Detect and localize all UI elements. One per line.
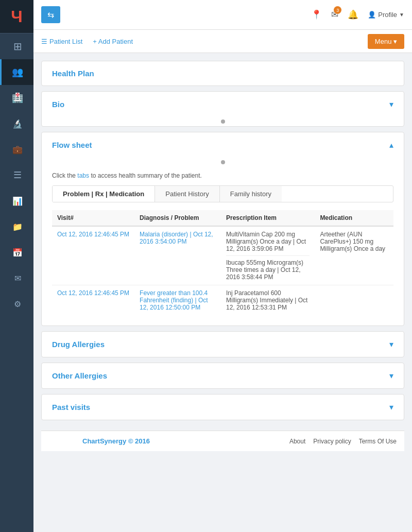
flow-sheet-table: Visit# Diagnosis / Problem Prescription … bbox=[52, 210, 393, 315]
prescriptions-1: MultiVitamin Cap 200 mg Milligram(s) Onc… bbox=[221, 226, 315, 285]
prescription-item-2a: Inj Paracetamol 600 Milligram(s) Immedia… bbox=[226, 289, 310, 311]
sidebar-item-list[interactable]: ☰ bbox=[0, 162, 33, 188]
mail-badge: 3 bbox=[334, 6, 341, 14]
list-icon: ☰ bbox=[41, 38, 47, 45]
past-visits-chevron-icon: ▾ bbox=[389, 402, 393, 412]
toggle-button[interactable]: ⇆ bbox=[41, 6, 60, 23]
past-visits-title: Past visits bbox=[52, 403, 90, 411]
table-header: Visit# Diagnosis / Problem Prescription … bbox=[52, 210, 393, 226]
drug-allergies-chevron-icon: ▾ bbox=[389, 339, 393, 349]
tab-bar: Problem | Rx | Medication Patient Histor… bbox=[52, 185, 393, 202]
dot bbox=[221, 160, 225, 164]
col-diagnosis: Diagnosis / Problem bbox=[134, 210, 221, 226]
visit-date-2: Oct 12, 2016 12:46:45 PM bbox=[52, 285, 134, 316]
profile-button[interactable]: 👤 Profile ▼ bbox=[368, 11, 404, 19]
sidebar-item-chart[interactable]: 📊 bbox=[0, 188, 33, 214]
visit-date-1: Oct 12, 2016 12:46:45 PM bbox=[52, 226, 134, 285]
flow-sheet-title: Flow sheet bbox=[52, 141, 92, 149]
menu-button[interactable]: Menu ▾ bbox=[368, 34, 404, 49]
table-body: Oct 12, 2016 12:46:45 PM Malaria (disord… bbox=[52, 226, 393, 315]
drug-allergies-title: Drug Allergies bbox=[52, 340, 105, 349]
chevron-down-icon: ▼ bbox=[399, 12, 404, 18]
other-allergies-title: Other Allergies bbox=[52, 371, 107, 380]
sidebar-item-dashboard[interactable]: ⊞ bbox=[0, 33, 33, 59]
col-visit: Visit# bbox=[52, 210, 134, 226]
footer-brand-name: ChartSynergy bbox=[82, 437, 126, 445]
sidebar-item-medical[interactable]: 🏥 bbox=[0, 85, 33, 111]
flow-sheet-hint: Click the tabs to access health summary … bbox=[52, 172, 393, 179]
sidebar-item-calendar[interactable]: 📅 bbox=[0, 239, 33, 265]
bio-dot-indicator bbox=[42, 117, 404, 126]
sidebar-item-labs[interactable]: 🔬 bbox=[0, 111, 33, 136]
sidebar-item-portfolio[interactable]: 📁 bbox=[0, 214, 33, 239]
pin-icon[interactable]: 📍 bbox=[311, 9, 322, 20]
flow-sheet-dot-indicator bbox=[42, 158, 404, 167]
footer-copyright: © 2016 bbox=[128, 437, 150, 445]
medication-1: Arteether (AUN CarePlus+) 150 mg Milligr… bbox=[315, 226, 393, 285]
past-visits-card: Past visits ▾ bbox=[41, 394, 404, 420]
diagnosis-1: Malaria (disorder) | Oct 12, 2016 3:54:0… bbox=[134, 226, 221, 285]
health-plan-title: Health Plan bbox=[52, 69, 94, 78]
flow-sheet-card: Flow sheet ▴ Click the tabs to access he… bbox=[41, 132, 404, 326]
footer-brand: ChartSynergy © 2016 bbox=[82, 437, 150, 445]
health-plan-header[interactable]: Health Plan bbox=[42, 61, 404, 85]
patient-list-label: Patient List bbox=[49, 38, 82, 45]
other-allergies-header[interactable]: Other Allergies ▾ bbox=[42, 363, 404, 388]
health-plan-card: Health Plan bbox=[41, 61, 404, 86]
flow-sheet-chevron-icon: ▴ bbox=[389, 140, 393, 150]
prescription-item-1b: Ibucap 555mg Microgram(s) Three times a … bbox=[226, 259, 310, 281]
footer-links: About Privacy policy Terms Of Use bbox=[289, 438, 397, 445]
drug-allergies-card: Drug Allergies ▾ bbox=[41, 331, 404, 357]
footer-about-link[interactable]: About bbox=[289, 438, 305, 445]
main-content: Health Plan Bio ▾ Flow sheet ▴ Click the… bbox=[33, 53, 412, 459]
footer-terms-link[interactable]: Terms Of Use bbox=[359, 438, 397, 445]
past-visits-header[interactable]: Past visits ▾ bbox=[42, 394, 404, 420]
mail-icon[interactable]: ✉ 3 bbox=[331, 9, 338, 20]
add-patient-link[interactable]: + Add Patient bbox=[93, 38, 133, 45]
other-allergies-chevron-icon: ▾ bbox=[389, 371, 393, 381]
other-allergies-card: Other Allergies ▾ bbox=[41, 363, 404, 389]
hint-emphasis: tabs bbox=[77, 172, 89, 179]
drug-allergies-header[interactable]: Drug Allergies ▾ bbox=[42, 332, 404, 357]
table-row: Oct 12, 2016 12:46:45 PM Fever greater t… bbox=[52, 285, 393, 316]
patient-list-link[interactable]: ☰ Patient List bbox=[41, 38, 82, 45]
sidebar-item-patients[interactable]: 👥 bbox=[0, 59, 33, 85]
sidebar-item-mail[interactable]: ✉ bbox=[0, 265, 33, 291]
col-prescription: Prescription Item bbox=[221, 210, 315, 226]
table-row: Oct 12, 2016 12:46:45 PM Malaria (disord… bbox=[52, 226, 393, 285]
flow-sheet-content: Click the tabs to access health summary … bbox=[42, 167, 404, 325]
tab-patient-history[interactable]: Patient History bbox=[155, 186, 220, 202]
bell-icon[interactable]: 🔔 bbox=[348, 9, 358, 20]
topbar: ⇆ 📍 ✉ 3 🔔 👤 Profile ▼ bbox=[33, 0, 412, 30]
medication-2 bbox=[315, 285, 393, 316]
bio-header[interactable]: Bio ▾ bbox=[42, 92, 404, 117]
prescription-item-1a: MultiVitamin Cap 200 mg Milligram(s) Onc… bbox=[226, 231, 310, 256]
sidebar-item-settings[interactable]: ⚙ bbox=[0, 291, 33, 317]
topbar-right: 📍 ✉ 3 🔔 👤 Profile ▼ bbox=[311, 9, 404, 20]
flow-sheet-header[interactable]: Flow sheet ▴ bbox=[42, 132, 404, 158]
diagnosis-2: Fever greater than 100.4 Fahrenheit (fin… bbox=[134, 285, 221, 316]
navbar: ☰ Patient List + Add Patient Menu ▾ bbox=[33, 30, 412, 53]
app-logo[interactable]: Ч bbox=[0, 0, 33, 33]
bio-card: Bio ▾ bbox=[41, 91, 404, 127]
sidebar: Ч ⊞ 👥 🏥 🔬 💼 ☰ 📊 📁 📅 ✉ ⚙ bbox=[0, 0, 33, 532]
sidebar-item-briefcase[interactable]: 💼 bbox=[0, 136, 33, 162]
add-patient-label: + Add Patient bbox=[93, 38, 133, 45]
prescriptions-2: Inj Paracetamol 600 Milligram(s) Immedia… bbox=[221, 285, 315, 316]
col-medication: Medication bbox=[315, 210, 393, 226]
tab-family-history[interactable]: Family history bbox=[220, 186, 282, 202]
footer: ChartSynergy © 2016 About Privacy policy… bbox=[41, 431, 404, 451]
dot bbox=[221, 119, 225, 124]
profile-label: Profile bbox=[378, 11, 397, 19]
footer-privacy-link[interactable]: Privacy policy bbox=[313, 438, 351, 445]
bio-title: Bio bbox=[52, 100, 64, 109]
tab-problem-rx-medication[interactable]: Problem | Rx | Medication bbox=[53, 186, 155, 202]
bio-chevron-icon: ▾ bbox=[389, 99, 393, 109]
user-icon: 👤 bbox=[368, 11, 376, 19]
